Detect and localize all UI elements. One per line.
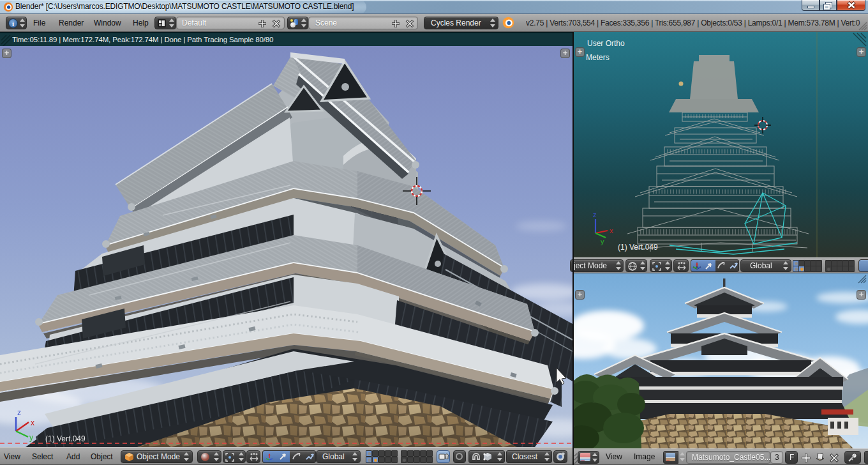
svg-text:x: x <box>610 227 613 234</box>
svg-text:Meters: Meters <box>586 53 610 62</box>
svg-text:z: z <box>17 408 21 417</box>
svg-text:y: y <box>29 433 33 442</box>
svg-text:(1) Vert.049: (1) Vert.049 <box>618 243 658 252</box>
svg-text:(1) Vert.049: (1) Vert.049 <box>45 434 86 443</box>
svg-text:User Ortho: User Ortho <box>587 39 625 48</box>
svg-text:x: x <box>31 418 34 427</box>
svg-text:y: y <box>601 238 604 245</box>
svg-text:z: z <box>593 211 597 218</box>
